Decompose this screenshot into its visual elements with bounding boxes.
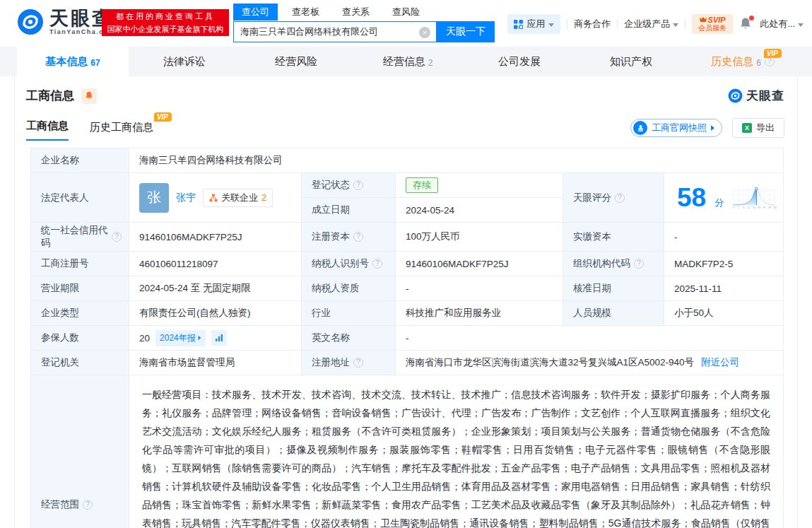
svg-text:15: 15 — [748, 206, 751, 209]
taxpayer-qualification-label: 纳税人资质 — [302, 276, 396, 301]
notification-dot — [749, 16, 754, 20]
approval-date-value: 2025-11-11 — [664, 276, 784, 301]
search-button[interactable]: 天眼一下 — [437, 21, 495, 42]
table-row: 企业名称 海南三只羊四合网络科技有限公司 — [31, 148, 784, 173]
tab-operating-info-label: 经营信息 — [383, 55, 425, 69]
table-row: 企业类型 有限责任公司(自然人独资) 行业 科技推广和应用服务业 人员规模 小于… — [31, 301, 784, 326]
top-header: 天眼查 TianYanCha.com 都在用的商业查询工具 国家中小企业发展子基… — [0, 0, 812, 47]
table-row: 工商注册号 460106011218097 纳税人识别号? 91460106MA… — [31, 252, 784, 276]
taxpayer-id-value: 91460106MADKF7P25J — [396, 252, 563, 276]
user-account-menu[interactable]: 此处有... — [760, 18, 804, 30]
legal-rep-cell: 张 张宇 关联企业 2 — [129, 173, 302, 223]
english-name-value: - — [396, 326, 784, 351]
company-type-label: 企业类型 — [31, 301, 129, 326]
tab-intellectual-property[interactable]: 知识产权 — [575, 47, 687, 76]
tab-operating-info[interactable]: 经营信息 2 — [352, 47, 464, 76]
crown-icon — [700, 17, 707, 23]
tab-legal-proceedings[interactable]: 法律诉讼 — [129, 47, 240, 76]
subtab-business-info[interactable]: 工商信息 — [26, 119, 69, 141]
help-icon[interactable]: ? — [353, 232, 363, 242]
business-scope-cell: 一般经营项目：技术服务、技术开发、技术咨询、技术交流、技术转让、技术推广；信息技… — [129, 375, 784, 528]
legal-rep-name-link[interactable]: 张宇 — [176, 192, 196, 204]
approval-date-label: 核准日期 — [563, 276, 664, 301]
tab-company-development-label: 公司发展 — [498, 55, 541, 69]
section-title: 工商信息 — [26, 88, 74, 104]
vip-badge: VIP — [764, 49, 782, 58]
search-tab-risk[interactable]: 查风险 — [384, 4, 428, 20]
registered-capital-label: 注册资本? — [302, 223, 396, 252]
search-tab-relation[interactable]: 查关系 — [334, 4, 378, 20]
tab-history-info[interactable]: VIP 历史信息 6 ? — [687, 47, 799, 76]
table-row: 营业期限 2024-05-24 至 无固定期限 纳税人资质 - 核准日期 202… — [31, 276, 784, 301]
svip-member-button[interactable]: SVIP 会员服务 — [692, 14, 733, 34]
insured-history-chart-button[interactable] — [211, 330, 227, 346]
tab-operating-risk-label: 经营风险 — [275, 55, 317, 69]
promo-line1: 都在用的商业查询工具 — [102, 10, 229, 23]
tab-history-info-count: 6 — [756, 58, 761, 68]
related-companies-label: 关联企业 — [221, 192, 258, 204]
arrow-right-icon — [198, 336, 201, 340]
staff-size-label: 人员规模 — [563, 301, 664, 326]
taxpayer-qualification-value: - — [396, 276, 563, 301]
tianyancha-watermark-icon — [728, 88, 743, 103]
registered-address-label: 注册地址? — [302, 351, 396, 375]
subscribe-bell-button[interactable] — [81, 88, 97, 104]
svip-sublabel: 会员服务 — [698, 24, 726, 33]
clear-search-icon[interactable]: × — [419, 27, 430, 38]
watermark-label: 天眼查 — [746, 88, 784, 104]
help-icon[interactable]: ? — [353, 358, 363, 368]
enterprise-products-link[interactable]: 企业级产品 — [624, 18, 678, 30]
help-icon[interactable]: ? — [615, 193, 625, 203]
tab-basic-info[interactable]: 基本信息 67 — [17, 47, 129, 76]
tab-operating-risk[interactable]: 经营风险 — [240, 47, 352, 76]
credit-code-label: 统一社会信用代码? — [31, 223, 129, 252]
org-code-value: MADKF7P2-5 — [664, 252, 784, 276]
avatar[interactable]: 张 — [139, 183, 169, 213]
tab-legal-proceedings-label: 法律诉讼 — [163, 55, 206, 69]
registry-authority-label: 登记机关 — [31, 351, 129, 375]
svg-text:99: 99 — [768, 206, 771, 209]
establish-date-value: 2024-05-24 — [396, 198, 563, 223]
help-icon[interactable]: ? — [765, 57, 775, 66]
stamp-icon — [633, 121, 647, 135]
help-icon[interactable]: ? — [634, 259, 644, 269]
table-row: 法定代表人 张 张宇 关联企业 2 — [31, 173, 784, 198]
export-button[interactable]: X 导出 — [732, 118, 784, 138]
business-scope-label: 经营范围? — [31, 375, 129, 528]
svg-text:50: 50 — [753, 206, 755, 209]
paid-capital-value: - — [664, 223, 784, 252]
enterprise-products-label: 企业级产品 — [624, 18, 670, 30]
english-name-label: 英文名称 — [302, 326, 396, 351]
nearby-companies-link[interactable]: 附近公司 — [701, 357, 739, 368]
divider — [567, 19, 567, 29]
search-tab-boss[interactable]: 查老板 — [283, 4, 328, 20]
paid-capital-label: 实缴资本 — [563, 223, 664, 252]
notifications-button[interactable] — [739, 17, 753, 31]
tab-company-development[interactable]: 公司发展 — [464, 47, 575, 76]
apps-menu-button[interactable]: 应用 — [507, 14, 560, 34]
business-cooperation-link[interactable]: 商务合作 — [574, 18, 611, 30]
score-distribution-chart: 0 1 3 15 50 85 97 99 100 — [731, 177, 777, 218]
subtab-history-business-info[interactable]: VIP 历史工商信息 — [90, 121, 153, 141]
registration-number-label: 工商注册号 — [31, 252, 129, 276]
related-companies-badge[interactable]: 关联企业 2 — [203, 189, 273, 207]
help-icon[interactable]: ? — [353, 180, 363, 190]
divider — [685, 19, 686, 29]
svg-text:100: 100 — [773, 206, 777, 209]
tianyancha-logo[interactable]: 天眼查 TianYanCha.com — [17, 8, 115, 35]
industry-label: 行业 — [302, 301, 396, 326]
staff-size-value: 小于50人 — [664, 301, 784, 326]
taxpayer-id-label: 纳税人识别号? — [302, 252, 396, 276]
table-row: 参保人数 20 2024年报 — [31, 326, 784, 351]
search-input[interactable] — [234, 22, 411, 42]
divider — [617, 19, 618, 29]
help-icon[interactable]: ? — [112, 232, 122, 242]
company-type-value: 有限责任公司(自然人独资) — [129, 301, 302, 326]
credit-code-value: 91460106MADKF7P25J — [129, 223, 302, 252]
official-snapshot-button[interactable]: 工商官网快照 — [630, 119, 722, 137]
search-tab-company[interactable]: 查公司 — [233, 4, 278, 20]
annual-report-badge[interactable]: 2024年报 — [155, 330, 206, 346]
registered-capital-value: 100万人民币 — [396, 223, 563, 252]
help-icon[interactable]: ? — [83, 500, 93, 510]
help-icon[interactable]: ? — [372, 259, 382, 269]
